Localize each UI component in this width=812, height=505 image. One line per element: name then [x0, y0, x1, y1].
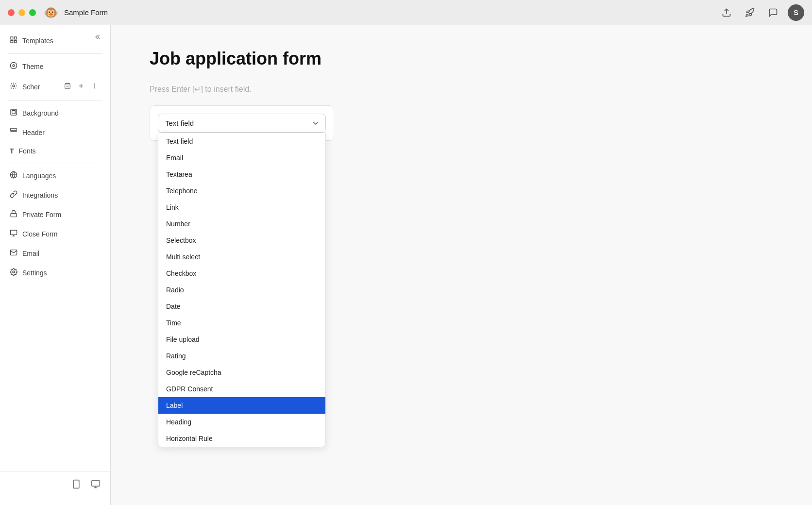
dropdown-item[interactable]: Heading — [158, 414, 325, 430]
svg-rect-23 — [10, 230, 17, 235]
dropdown-item[interactable]: Label — [158, 397, 325, 414]
integrations-icon — [10, 190, 17, 200]
svg-rect-18 — [10, 129, 17, 130]
svg-rect-3 — [11, 40, 13, 43]
field-type-wrapper: Text fieldEmailTextareaTelephoneLinkNumb… — [158, 114, 326, 133]
dropdown-item[interactable]: Multi select — [158, 249, 325, 265]
svg-point-13 — [94, 84, 95, 84]
divider-2 — [8, 100, 102, 101]
form-title: Job application form — [150, 49, 773, 69]
settings-icon — [10, 268, 17, 278]
dropdown-item[interactable]: File upload — [158, 331, 325, 348]
dropdown-item[interactable]: Google reCaptcha — [158, 364, 325, 381]
schema-more-button[interactable] — [89, 81, 101, 92]
main-layout: Templates Theme Scher — [0, 25, 812, 505]
templates-label: Templates — [22, 37, 53, 45]
close-button[interactable] — [8, 9, 15, 16]
close-form-icon — [10, 229, 17, 239]
svg-rect-22 — [11, 213, 17, 217]
svg-point-14 — [94, 85, 95, 86]
titlebar-actions: S — [718, 4, 804, 21]
traffic-lights — [8, 9, 36, 16]
sidebar-item-close-form[interactable]: Close Form — [0, 224, 110, 244]
dropdown-item[interactable]: Email — [158, 150, 325, 166]
sidebar-item-languages[interactable]: Languages — [0, 166, 110, 185]
sidebar-item-theme[interactable]: Theme — [0, 57, 110, 76]
fonts-label: Fonts — [19, 147, 36, 155]
chat-button[interactable] — [764, 4, 782, 21]
app-title: Sample Form — [64, 8, 108, 17]
svg-rect-29 — [92, 481, 100, 487]
private-form-label: Private Form — [22, 211, 61, 219]
divider-1 — [8, 53, 102, 54]
desktop-view-button[interactable] — [89, 477, 102, 493]
email-icon — [10, 249, 17, 258]
svg-point-7 — [13, 85, 15, 87]
sidebar-bottom — [0, 471, 110, 499]
dropdown-item[interactable]: Selectbox — [158, 232, 325, 249]
sidebar-item-schema[interactable]: Scher — [0, 76, 110, 97]
header-icon — [10, 128, 17, 137]
maximize-button[interactable] — [29, 9, 36, 16]
svg-rect-4 — [14, 40, 17, 43]
sidebar-item-integrations[interactable]: Integrations — [0, 185, 110, 205]
dropdown-item[interactable]: Telephone — [158, 183, 325, 199]
languages-label: Languages — [22, 172, 56, 180]
schema-delete-button[interactable] — [62, 81, 73, 92]
upload-button[interactable] — [718, 4, 735, 21]
svg-rect-16 — [11, 109, 17, 115]
svg-rect-27 — [73, 480, 79, 488]
dropdown-item[interactable]: Rating — [158, 348, 325, 364]
app-logo: 🐵 — [44, 5, 59, 20]
avatar-button[interactable]: S — [788, 4, 804, 21]
dropdown-item[interactable]: Text field — [158, 133, 325, 150]
languages-icon — [10, 171, 17, 181]
theme-label: Theme — [22, 63, 44, 70]
schema-label: Scher — [22, 83, 62, 91]
field-type-selector[interactable]: Text fieldEmailTextareaTelephoneLinkNumb… — [158, 114, 326, 133]
dropdown-item[interactable]: Number — [158, 216, 325, 232]
sidebar-item-background[interactable]: Background — [0, 103, 110, 123]
schema-actions — [62, 81, 101, 92]
dropdown-item[interactable]: Link — [158, 199, 325, 216]
svg-point-26 — [13, 271, 15, 273]
dropdown-item[interactable]: Time — [158, 315, 325, 331]
dropdown-item[interactable]: Checkbox — [158, 265, 325, 282]
header-label: Header — [22, 129, 45, 136]
sidebar: Templates Theme Scher — [0, 25, 111, 505]
sidebar-item-templates[interactable]: Templates — [0, 31, 110, 50]
svg-rect-17 — [12, 111, 16, 114]
sidebar-item-settings[interactable]: Settings — [0, 263, 110, 283]
mobile-view-button[interactable] — [69, 477, 83, 493]
fonts-icon: T — [10, 147, 14, 155]
dropdown-item[interactable]: Horizontal Rule — [158, 430, 325, 447]
svg-point-15 — [94, 88, 95, 88]
dropdown-item[interactable]: Date — [158, 298, 325, 315]
sidebar-item-fonts[interactable]: T Fonts — [0, 142, 110, 160]
settings-label: Settings — [22, 269, 47, 277]
schema-icon — [10, 82, 17, 92]
divider-3 — [8, 163, 102, 163]
sidebar-item-private-form[interactable]: Private Form — [0, 205, 110, 224]
private-form-icon — [10, 210, 17, 219]
titlebar: 🐵 Sample Form S — [0, 0, 812, 25]
sidebar-item-header[interactable]: Header — [0, 123, 110, 142]
dropdown-item[interactable]: Textarea — [158, 166, 325, 183]
templates-icon — [10, 36, 17, 46]
email-label: Email — [22, 250, 39, 257]
svg-point-5 — [10, 62, 17, 68]
content-area: Job application form Press Enter [↵] to … — [111, 25, 812, 505]
background-label: Background — [22, 109, 59, 117]
theme-icon — [10, 62, 17, 71]
field-type-dropdown[interactable]: Text fieldEmailTextareaTelephoneLinkNumb… — [158, 133, 326, 447]
integrations-label: Integrations — [22, 191, 58, 199]
dropdown-item[interactable]: Radio — [158, 282, 325, 298]
close-form-label: Close Form — [22, 230, 57, 238]
rocket-button[interactable] — [741, 4, 759, 21]
sidebar-item-email[interactable]: Email — [0, 244, 110, 263]
svg-point-6 — [13, 65, 15, 67]
dropdown-item[interactable]: GDPR Consent — [158, 381, 325, 397]
background-icon — [10, 108, 17, 118]
schema-add-button[interactable] — [75, 81, 87, 92]
minimize-button[interactable] — [18, 9, 25, 16]
